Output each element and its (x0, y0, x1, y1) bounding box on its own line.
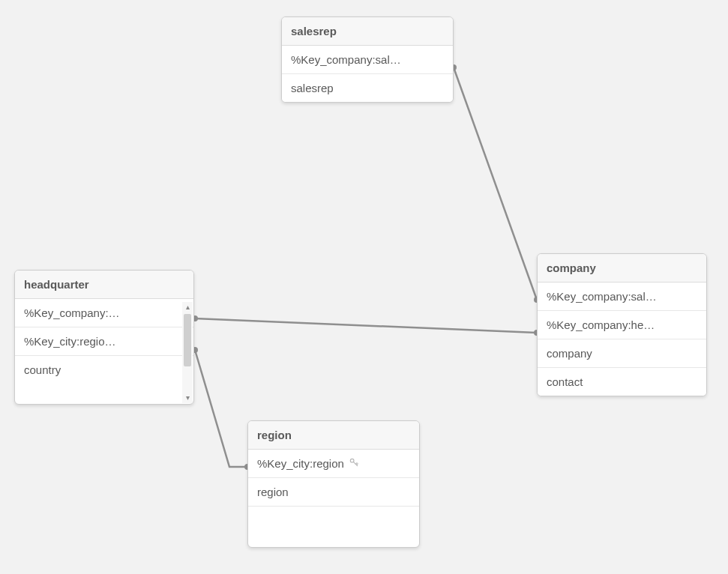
diagram-canvas[interactable]: salesrep %Key_company:sal… salesrep comp… (0, 0, 728, 574)
table-region[interactable]: region %Key_city:region region (247, 420, 420, 548)
table-salesrep[interactable]: salesrep %Key_company:sal… salesrep (281, 16, 454, 103)
field-label: %Key_city:region (257, 457, 344, 470)
table-title: company (538, 254, 706, 283)
scrollbar[interactable]: ▴ ▾ (182, 302, 193, 403)
table-headquarter[interactable]: headquarter %Key_company:… %Key_city:reg… (14, 270, 194, 405)
field-contact[interactable]: contact (538, 368, 706, 396)
table-title: headquarter (15, 271, 193, 299)
field-country[interactable]: country (15, 356, 193, 384)
field-empty (248, 507, 419, 534)
field-key-company-he[interactable]: %Key_company:he… (538, 311, 706, 339)
field-key-city-region[interactable]: %Key_city:regio… (15, 327, 193, 356)
table-title: region (248, 421, 419, 450)
scroll-up-arrow[interactable]: ▴ (182, 302, 193, 312)
table-title: salesrep (282, 17, 453, 46)
field-key-company-sal[interactable]: %Key_company:sal… (282, 46, 453, 74)
table-company[interactable]: company %Key_company:sal… %Key_company:h… (537, 253, 707, 396)
field-key-city-region[interactable]: %Key_city:region (248, 450, 419, 478)
scroll-down-arrow[interactable]: ▾ (182, 393, 193, 403)
svg-line-0 (454, 67, 537, 300)
scroll-thumb[interactable] (184, 314, 191, 366)
field-region[interactable]: region (248, 478, 419, 507)
field-company[interactable]: company (538, 339, 706, 368)
field-key-company[interactable]: %Key_company:… (15, 299, 193, 327)
field-salesrep[interactable]: salesrep (282, 74, 453, 102)
key-icon (349, 457, 359, 470)
field-key-company-sal[interactable]: %Key_company:sal… (538, 283, 706, 311)
svg-line-3 (195, 318, 537, 333)
